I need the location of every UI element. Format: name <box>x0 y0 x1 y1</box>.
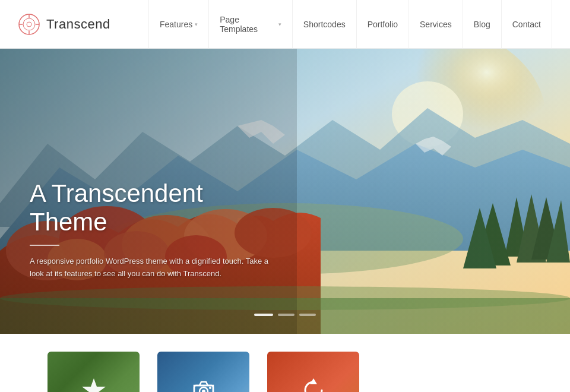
nav-features[interactable]: Features ▾ <box>148 0 209 49</box>
logo-area: Transcend <box>18 13 148 36</box>
svg-marker-38 <box>82 378 106 392</box>
chevron-down-icon: ▾ <box>195 21 198 27</box>
svg-point-2 <box>27 22 31 27</box>
nav-page-templates[interactable]: Page Templates ▾ <box>209 0 293 49</box>
hero-slide-indicators <box>254 314 316 316</box>
nav-blog[interactable]: Blog <box>463 0 502 49</box>
nav-shortcodes[interactable]: Shortcodes <box>293 0 357 49</box>
hero-description: A responsive portfolio WordPress theme w… <box>30 255 279 280</box>
portfolio-card-3[interactable] <box>267 352 359 392</box>
slide-dot-1[interactable] <box>254 314 273 316</box>
chevron-down-icon: ▾ <box>278 21 281 27</box>
hero-divider <box>30 245 59 246</box>
nav-portfolio[interactable]: Portfolio <box>357 0 409 49</box>
hero-title: A Transcendent Theme <box>30 179 279 237</box>
portfolio-section <box>0 334 570 392</box>
nav-services[interactable]: Services <box>409 0 463 49</box>
hero-content: A Transcendent Theme A responsive portfo… <box>30 179 279 280</box>
camera-icon <box>157 352 249 392</box>
svg-marker-43 <box>310 378 317 384</box>
logo-icon <box>18 13 40 36</box>
portfolio-card-1[interactable] <box>48 352 140 392</box>
portfolio-card-2[interactable] <box>157 352 249 392</box>
svg-point-42 <box>209 387 211 389</box>
site-header: Transcend Features ▾ Page Templates ▾ Sh… <box>0 0 570 49</box>
nav-contact[interactable]: Contact <box>502 0 552 49</box>
svg-point-41 <box>202 390 205 392</box>
hero-section: A Transcendent Theme A responsive portfo… <box>0 49 570 334</box>
logo-text: Transcend <box>46 17 110 32</box>
slide-dot-2[interactable] <box>278 314 294 316</box>
star-icon <box>48 352 140 392</box>
slide-dot-3[interactable] <box>299 314 316 316</box>
refresh-icon <box>267 352 359 392</box>
svg-point-1 <box>23 18 35 30</box>
main-nav: Features ▾ Page Templates ▾ Shortcodes P… <box>148 0 552 49</box>
